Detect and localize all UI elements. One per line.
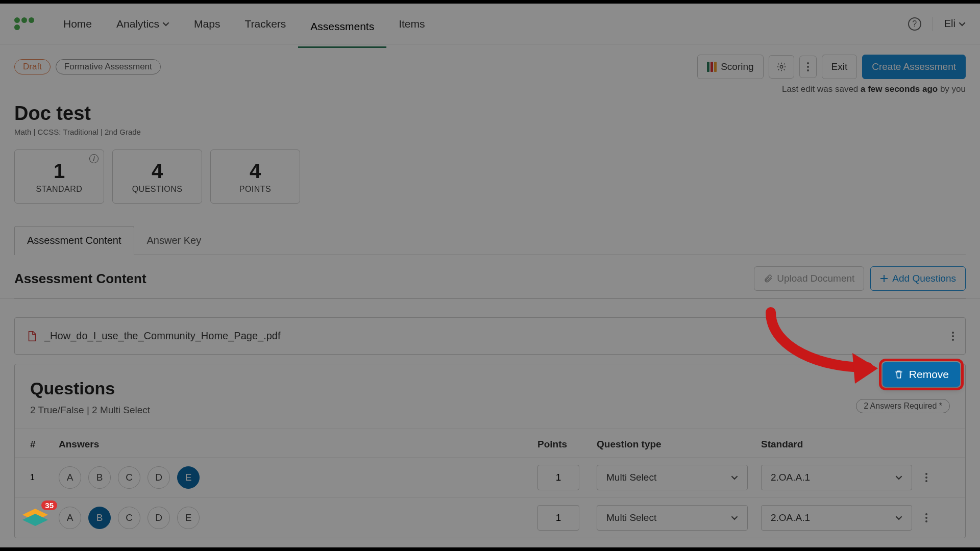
table-row: 1 A B C D E Multi Select 2.OA.A.1 [15, 457, 965, 497]
answer-option-d[interactable]: D [148, 466, 170, 489]
svg-point-0 [780, 65, 782, 68]
settings-button[interactable] [769, 55, 794, 79]
row-menu-button[interactable] [925, 513, 950, 522]
create-assessment-button[interactable]: Create Assessment [862, 55, 966, 79]
scoring-bars-icon [707, 62, 717, 72]
trash-icon [894, 369, 904, 380]
scoring-label: Scoring [721, 61, 753, 72]
question-type-select[interactable]: Multi Select [597, 505, 748, 531]
questions-heading: Questions [30, 379, 950, 398]
file-menu-button[interactable] [952, 332, 954, 341]
answer-option-e[interactable]: E [177, 507, 200, 529]
nav-analytics[interactable]: Analytics [104, 14, 182, 34]
answers-required-pill: 2 Answers Required * [856, 399, 950, 413]
chevron-down-icon [959, 20, 966, 28]
answer-option-b[interactable]: B [88, 466, 111, 489]
row-menu-button[interactable] [925, 473, 950, 482]
nav-maps[interactable]: Maps [182, 14, 232, 34]
uploaded-file-row: _How_do_I_use_the_Community_Home_Page_.p… [14, 317, 966, 355]
paperclip-icon [764, 274, 773, 283]
gear-icon [776, 62, 787, 72]
stat-card-points: 4 POINTS [210, 149, 300, 204]
points-input[interactable] [537, 465, 579, 490]
nav-home[interactable]: Home [51, 14, 104, 34]
chevron-down-icon [895, 474, 902, 481]
nav-items[interactable]: Items [386, 14, 437, 34]
chevron-down-icon [162, 20, 169, 28]
page-meta: Math | CCSS: Traditional | 2nd Grade [14, 128, 966, 136]
upload-document-button[interactable]: Upload Document [754, 266, 864, 291]
add-questions-button[interactable]: Add Questions [870, 266, 966, 291]
exit-button[interactable]: Exit [822, 55, 857, 79]
section-heading: Assessment Content [14, 271, 146, 287]
standard-select[interactable]: 2.OA.A.1 [761, 505, 912, 531]
answer-option-c[interactable]: C [118, 507, 140, 529]
chevron-down-icon [731, 514, 738, 521]
save-status: Last edit was saved a few seconds ago by… [0, 79, 980, 94]
logo[interactable] [14, 15, 37, 33]
chevron-down-icon [895, 514, 902, 521]
page-title: Doc test [14, 103, 966, 124]
stat-card-standard: i 1 STANDARD [14, 149, 104, 204]
user-menu[interactable]: Eli [944, 18, 966, 30]
notification-badge: 35 [41, 500, 57, 510]
questions-table-header: # Answers Points Question type Standard [15, 428, 965, 457]
info-icon[interactable]: i [89, 154, 99, 163]
answer-option-a[interactable]: A [59, 466, 81, 489]
nav-analytics-label: Analytics [116, 18, 159, 30]
scoring-button[interactable]: Scoring [697, 55, 763, 79]
tab-assessment-content[interactable]: Assessment Content [14, 226, 134, 255]
stat-card-questions: 4 QUESTIONS [112, 149, 202, 204]
table-row: A B C D E Multi Select 2.OA.A.1 [15, 497, 965, 538]
answer-option-d[interactable]: D [148, 507, 170, 529]
tab-answer-key[interactable]: Answer Key [134, 226, 214, 255]
answer-option-e[interactable]: E [177, 466, 200, 489]
standard-select[interactable]: 2.OA.A.1 [761, 465, 912, 490]
nav-trackers[interactable]: Trackers [232, 14, 298, 34]
assessment-type-badge: Formative Assessment [56, 59, 161, 74]
file-name: _How_do_I_use_the_Community_Home_Page_.p… [44, 330, 281, 342]
plus-icon [880, 274, 888, 283]
user-name: Eli [944, 18, 955, 30]
vertical-dots-icon [807, 62, 809, 71]
answer-option-c[interactable]: C [118, 466, 140, 489]
draft-badge: Draft [14, 59, 51, 74]
chevron-down-icon [731, 474, 738, 481]
remove-button[interactable]: Remove [883, 362, 960, 387]
pdf-icon [26, 331, 37, 342]
more-menu-button[interactable] [799, 56, 817, 78]
help-widget[interactable]: 35 [20, 507, 50, 529]
divider [933, 17, 933, 31]
answer-option-b[interactable]: B [88, 507, 111, 529]
answer-option-a[interactable]: A [59, 507, 81, 529]
questions-subtitle: 2 True/False | 2 Multi Select [30, 405, 950, 416]
points-input[interactable] [537, 505, 579, 531]
nav-assessments[interactable]: Assessments [298, 14, 386, 48]
help-icon[interactable]: ? [908, 17, 921, 31]
question-type-select[interactable]: Multi Select [597, 465, 748, 490]
